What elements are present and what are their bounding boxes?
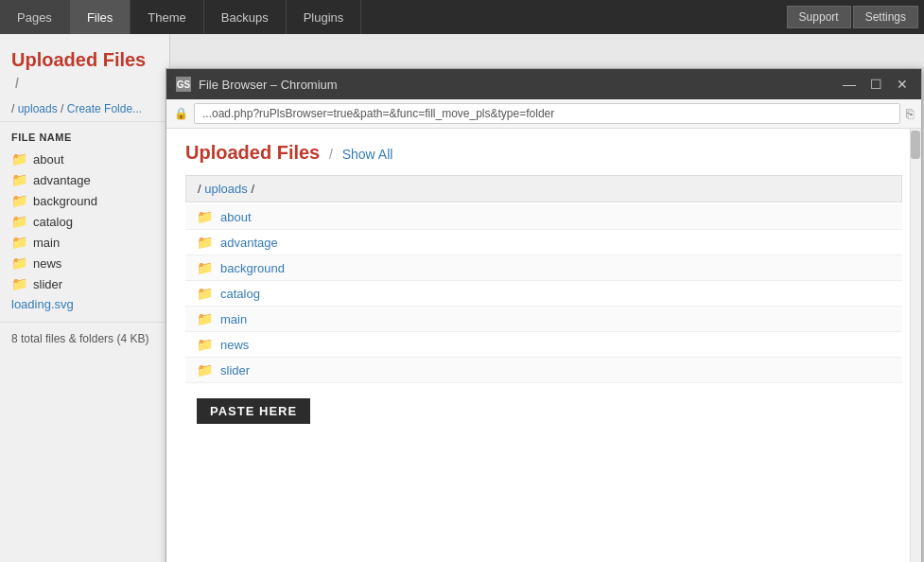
show-all-link[interactable]: Show All — [342, 147, 393, 162]
files-page-title: Uploaded Files — [185, 142, 320, 163]
nav-actions: Support Settings — [781, 0, 924, 34]
folder-icon: 📁 — [11, 214, 27, 229]
window-controls: — ☐ ✕ — [840, 75, 912, 94]
folder-link-main[interactable]: main — [220, 312, 247, 326]
scrollbar-track[interactable] — [910, 129, 921, 562]
sidebar-folder-slider[interactable]: 📁 slider — [0, 273, 169, 294]
browser-window: GS File Browser – Chromium — ☐ ✕ 🔒 ⎘ Upl… — [166, 68, 922, 562]
sidebar-file-loading-svg[interactable]: loading.svg — [0, 294, 169, 314]
folder-icon: 📁 — [197, 235, 213, 250]
files-header: Uploaded Files / Show All — [185, 142, 902, 164]
paste-area: PASTE HERE — [185, 383, 902, 439]
minimize-button[interactable]: — — [840, 75, 859, 94]
support-button[interactable]: Support — [787, 6, 851, 28]
maximize-button[interactable]: ☐ — [866, 75, 885, 94]
close-button[interactable]: ✕ — [893, 75, 912, 94]
window-title: File Browser – Chromium — [199, 78, 840, 92]
folder-icon: 📁 — [11, 255, 27, 271]
folder-icon: 📁 — [197, 209, 213, 224]
tab-theme[interactable]: Theme — [131, 0, 203, 34]
copy-icon[interactable]: ⎘ — [906, 106, 914, 121]
sidebar: Uploaded Files / / uploads / Create Fold… — [0, 34, 170, 562]
top-navigation: Pages Files Theme Backups Plugins Suppor… — [0, 0, 924, 34]
paste-here-button[interactable]: PASTE HERE — [197, 398, 310, 424]
folder-icon: 📁 — [11, 151, 27, 167]
tab-plugins[interactable]: Plugins — [287, 0, 362, 34]
breadcrumb: / uploads / Create Folde... — [0, 97, 169, 122]
files-title-sep: / — [329, 147, 337, 162]
tab-pages[interactable]: Pages — [0, 0, 70, 34]
file-name-header: FILE NAME — [0, 128, 169, 149]
folder-icon: 📁 — [197, 286, 213, 301]
scrollbar-thumb[interactable] — [911, 131, 920, 159]
folder-link-about[interactable]: about — [220, 210, 252, 224]
files-container: Uploaded Files / Show All / uploads / 📁 … — [166, 129, 921, 452]
lock-icon: 🔒 — [174, 107, 188, 120]
browser-folder-main[interactable]: 📁 main — [185, 307, 902, 332]
main-content: Uploaded Files / / uploads / Create Fold… — [0, 34, 924, 562]
folder-link-news[interactable]: news — [220, 338, 249, 352]
browser-folder-background[interactable]: 📁 background — [185, 255, 902, 281]
sidebar-folder-main[interactable]: 📁 main — [0, 232, 169, 253]
folder-icon: 📁 — [197, 337, 213, 352]
breadcrumb-uploads-link[interactable]: uploads — [18, 102, 58, 115]
window-favicon: GS — [176, 77, 191, 92]
sidebar-title-divider: / — [15, 76, 19, 91]
browser-folder-news[interactable]: 📁 news — [185, 332, 902, 358]
nav-tabs: Pages Files Theme Backups Plugins — [0, 0, 781, 34]
path-bar: / uploads / — [185, 175, 902, 202]
browser-folder-advantage[interactable]: 📁 advantage — [185, 230, 902, 255]
tab-backups[interactable]: Backups — [204, 0, 287, 34]
folder-icon: 📁 — [11, 193, 27, 208]
sidebar-folder-catalog[interactable]: 📁 catalog — [0, 211, 169, 232]
sidebar-folder-about[interactable]: 📁 about — [0, 149, 169, 169]
browser-folder-catalog[interactable]: 📁 catalog — [185, 281, 902, 307]
folder-icon: 📁 — [197, 311, 213, 326]
create-folder-link[interactable]: Create Folde... — [67, 102, 142, 115]
address-input[interactable] — [194, 103, 900, 124]
folder-link-background[interactable]: background — [220, 261, 285, 275]
sidebar-folder-advantage[interactable]: 📁 advantage — [0, 169, 169, 190]
browser-folder-about[interactable]: 📁 about — [185, 204, 902, 230]
sidebar-footer: 8 total files & folders (4 KB) — [0, 322, 169, 355]
address-bar: 🔒 ⎘ — [166, 99, 921, 129]
folder-icon: 📁 — [197, 362, 213, 378]
folder-icon: 📁 — [197, 260, 213, 275]
browser-folder-slider[interactable]: 📁 slider — [185, 358, 902, 383]
folder-link-slider[interactable]: slider — [220, 363, 250, 378]
folder-link-catalog[interactable]: catalog — [220, 287, 260, 301]
settings-button[interactable]: Settings — [853, 6, 918, 28]
browser-content: Uploaded Files / Show All / uploads / 📁 … — [166, 129, 921, 562]
sidebar-folder-news[interactable]: 📁 news — [0, 253, 169, 273]
folder-icon: 📁 — [11, 235, 27, 250]
path-uploads-link[interactable]: uploads — [204, 182, 248, 196]
sidebar-folder-background[interactable]: 📁 background — [0, 190, 169, 211]
folder-icon: 📁 — [11, 172, 27, 187]
folder-icon: 📁 — [11, 276, 27, 291]
tab-files[interactable]: Files — [70, 0, 131, 34]
sidebar-title: Uploaded Files / — [0, 44, 169, 97]
window-titlebar: GS File Browser – Chromium — ☐ ✕ — [166, 69, 921, 99]
folder-link-advantage[interactable]: advantage — [220, 236, 278, 250]
